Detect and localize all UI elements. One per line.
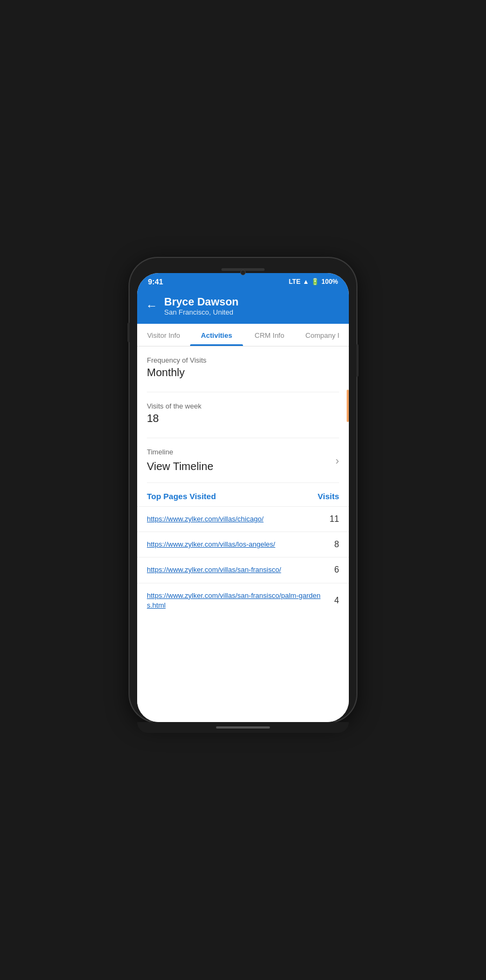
signal-icon: ▲ [302, 278, 309, 285]
timeline-section: Timeline View Timeline › [137, 438, 349, 482]
bottom-bar [137, 722, 349, 733]
page-row-2: https://www.zylker.com/villas/los-angele… [137, 532, 349, 557]
page-url-2[interactable]: https://www.zylker.com/villas/los-angele… [147, 540, 322, 549]
header-text: Bryce Dawson San Francisco, United [164, 296, 239, 316]
lte-icon: LTE [289, 278, 301, 285]
volume-button [127, 323, 130, 342]
visits-week-section: Visits of the week 18 [137, 392, 349, 438]
timeline-left: Timeline View Timeline [147, 448, 213, 473]
status-icons: LTE ▲ 🔋 100% [289, 278, 338, 285]
page-url-3[interactable]: https://www.zylker.com/villas/san-fransi… [147, 565, 322, 575]
tabs-bar: Visitor Info Activities CRM Info Company… [137, 324, 349, 346]
home-indicator [216, 726, 270, 729]
timeline-label: Timeline [147, 448, 213, 456]
page-url-1[interactable]: https://www.zylker.com/villas/chicago/ [147, 514, 322, 524]
contact-name: Bryce Dawson [164, 296, 239, 308]
page-count-2: 8 [328, 540, 339, 549]
content-area: Frequency of Visits Monthly Visits of th… [137, 346, 349, 722]
tab-activities[interactable]: Activities [190, 324, 243, 346]
frequency-section: Frequency of Visits Monthly [137, 346, 349, 392]
battery-icon: 🔋 [311, 278, 319, 285]
page-row-3: https://www.zylker.com/villas/san-fransi… [137, 557, 349, 582]
page-row-4: https://www.zylker.com/villas/san-fransi… [137, 583, 349, 618]
frequency-value: Monthly [147, 366, 339, 379]
top-pages-title: Top Pages Visited [147, 492, 216, 501]
status-time: 9:41 [148, 277, 163, 286]
tab-visitor-info[interactable]: Visitor Info [137, 324, 190, 346]
power-button [356, 344, 359, 377]
visits-week-label: Visits of the week [147, 402, 339, 410]
page-row-1: https://www.zylker.com/villas/chicago/ 1… [137, 506, 349, 532]
screen: 9:41 LTE ▲ 🔋 100% ← Bryce Dawson San Fra… [137, 273, 349, 722]
page-count-1: 11 [328, 514, 339, 524]
status-bar: 9:41 LTE ▲ 🔋 100% [137, 273, 349, 289]
page-url-4[interactable]: https://www.zylker.com/villas/san-fransi… [147, 591, 322, 610]
visits-week-value: 18 [147, 412, 339, 425]
tab-crm-info[interactable]: CRM Info [243, 324, 296, 346]
tab-company-info[interactable]: Company I [296, 324, 349, 346]
battery-level: 100% [321, 278, 338, 285]
page-count-4: 4 [328, 596, 339, 605]
scroll-indicator [347, 390, 349, 422]
camera [240, 270, 246, 275]
visits-column-label: Visits [318, 492, 339, 501]
top-pages-header: Top Pages Visited Visits [137, 483, 349, 506]
phone-frame: 9:41 LTE ▲ 🔋 100% ← Bryce Dawson San Fra… [130, 258, 356, 722]
app-header: ← Bryce Dawson San Francisco, United [137, 289, 349, 324]
view-timeline-link[interactable]: View Timeline [147, 460, 213, 473]
page-count-3: 6 [328, 565, 339, 575]
back-button[interactable]: ← [146, 300, 158, 312]
frequency-label: Frequency of Visits [147, 356, 339, 364]
chevron-right-icon[interactable]: › [335, 454, 339, 467]
contact-location: San Francisco, United [164, 308, 239, 316]
